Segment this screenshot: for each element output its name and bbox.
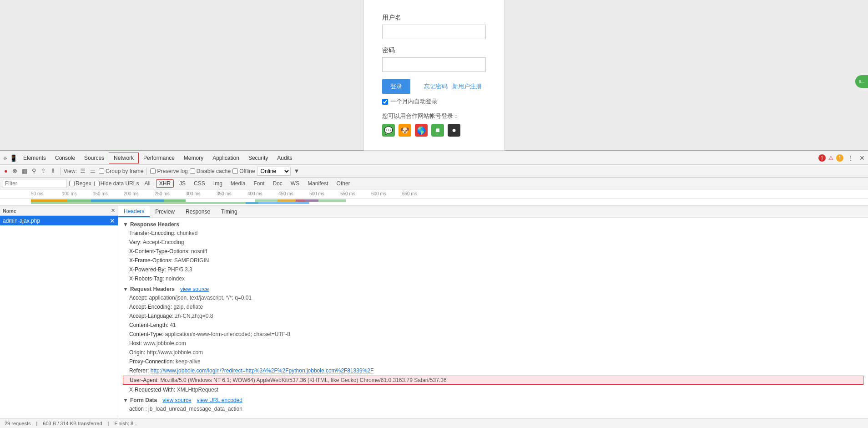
device-toggle-icon[interactable]: 📱 (8, 154, 19, 162)
rqh-content-length: Content-Length: 41 (123, 321, 863, 330)
tl-100ms: 100 ms (62, 191, 77, 196)
auto-login-checkbox[interactable] (382, 99, 388, 105)
filter-other[interactable]: Other (334, 180, 353, 187)
tab-audits[interactable]: Audits (273, 152, 297, 164)
login-button[interactable]: 登录 (382, 79, 410, 94)
form-view-url-encoded[interactable]: view URL encoded (197, 397, 242, 403)
devtools-filter: Regex Hide data URLs All XHR JS CSS Img … (0, 178, 868, 189)
tab-network[interactable]: Network (109, 153, 139, 163)
wechat-icon[interactable]: 💬 (382, 124, 395, 137)
view-source-link[interactable]: view source (180, 286, 209, 292)
weibo-icon[interactable]: 🌎 (415, 124, 428, 137)
filter-input[interactable] (3, 179, 66, 188)
tab-security[interactable]: Security (244, 152, 273, 164)
filter-toggle-btn[interactable]: ▦ (20, 167, 29, 175)
green-circle-button[interactable]: 6... (855, 75, 868, 88)
tl-300ms: 300 ms (186, 191, 201, 196)
password-label: 密码 (382, 46, 486, 55)
filter-css[interactable]: CSS (191, 180, 208, 187)
tl-550ms: 550 ms (340, 191, 355, 196)
auto-login-row: 一个月内自动登录 (382, 97, 486, 106)
regex-option[interactable]: Regex (69, 180, 91, 187)
filter-all[interactable]: All (141, 180, 153, 187)
form-view-source[interactable]: view source (162, 397, 191, 403)
tab-elements[interactable]: Elements (19, 152, 50, 164)
close-devtools-icon[interactable]: ✕ (858, 154, 866, 162)
qq-icon[interactable]: 🐶 (399, 124, 411, 137)
group-by-frame-cb[interactable] (99, 168, 104, 174)
filter-xhr[interactable]: XHR (156, 179, 174, 188)
regex-cb[interactable] (69, 181, 75, 186)
request-headers-chevron: ▼ (123, 286, 128, 292)
filter-doc[interactable]: Doc (270, 180, 285, 187)
username-label: 用户名 (382, 14, 486, 22)
auto-login-label: 一个月内自动登录 (390, 97, 438, 106)
error-count-badge: 1 (818, 154, 826, 162)
forgot-password-link[interactable]: 忘记密码 (424, 82, 448, 91)
offline-cb[interactable] (232, 168, 238, 174)
inspect-icon[interactable]: ⎑ (2, 154, 8, 162)
detail-tab-headers[interactable]: Headers (118, 206, 150, 217)
preserve-log-cb[interactable] (150, 168, 156, 174)
register-link[interactable]: 新用户注册 (452, 82, 482, 91)
record-btn[interactable]: ● (3, 167, 9, 175)
disable-cache-cb[interactable] (190, 168, 195, 174)
import-btn[interactable]: ⇧ (40, 167, 47, 175)
detail-tab-response[interactable]: Response (180, 206, 216, 217)
username-input[interactable] (382, 25, 486, 39)
detail-tab-timing[interactable]: Timing (216, 206, 243, 217)
headers-content: ▼ Response Headers Transfer-Encoding: ch… (118, 218, 868, 418)
hide-data-cb[interactable] (94, 181, 100, 186)
rqh-proxy-conn: Proxy-Connection: keep-alive (123, 357, 863, 366)
request-name: admin-ajax.php (3, 218, 40, 224)
request-row-admin-ajax[interactable]: admin-ajax.php ✕ (0, 216, 118, 226)
hide-data-option[interactable]: Hide data URLs (94, 180, 139, 187)
view-detail-btn[interactable]: ⚌ (89, 167, 97, 175)
tl-50ms: 50 ms (31, 191, 43, 196)
request-headers-title[interactable]: ▼ Request Headers view source (123, 285, 863, 293)
tl-250ms: 250 ms (155, 191, 170, 196)
filter-ws[interactable]: WS (288, 180, 302, 187)
filter-media[interactable]: Media (228, 180, 248, 187)
separator-pipe: | (36, 421, 37, 426)
response-headers-title[interactable]: ▼ Response Headers (123, 220, 863, 229)
douban-icon[interactable]: ■ (431, 124, 444, 137)
tl-350ms: 350 ms (217, 191, 232, 196)
tab-performance[interactable]: Performance (139, 152, 179, 164)
group-by-frame-label: Group by frame (106, 168, 143, 174)
view-list-btn[interactable]: ☰ (79, 167, 87, 175)
search-btn[interactable]: ⚲ (30, 167, 38, 175)
detail-tabs: Headers Preview Response Timing (118, 206, 868, 218)
password-input[interactable] (382, 57, 486, 72)
tl-400ms: 400 ms (247, 191, 262, 196)
devtools-body: Name ✕ admin-ajax.php ✕ Headers Preview … (0, 206, 868, 418)
more-options-icon[interactable]: ⋮ (846, 154, 855, 162)
separator (60, 168, 61, 175)
rh-x-frame: X-Frame-Options: SAMEORIGIN (123, 256, 863, 265)
page-area: 用户名 密码 登录 忘记密码 新用户注册 一个月内自动登录 您可以用合作网站帐号… (0, 0, 868, 150)
tab-sources[interactable]: Sources (80, 152, 109, 164)
tab-memory[interactable]: Memory (179, 152, 208, 164)
filter-manifest[interactable]: Manifest (305, 180, 331, 187)
filter-font[interactable]: Font (251, 180, 267, 187)
rqh-accept-encoding: Accept-Encoding: gzip, deflate (123, 302, 863, 311)
request-headers-label: Request Headers (130, 286, 175, 292)
detail-tab-preview[interactable]: Preview (150, 206, 180, 217)
tab-console[interactable]: Console (50, 152, 80, 164)
throttle-select[interactable]: Online Fast 3G Slow 3G Offline (257, 167, 291, 176)
devtools-toolbar: ● ⊗ ▦ ⚲ ⇧ ⇩ View: ☰ ⚌ Group by frame Pre… (0, 165, 868, 178)
login-card: 用户名 密码 登录 忘记密码 新用户注册 一个月内自动登录 您可以用合作网站帐号… (363, 0, 505, 151)
form-data-title[interactable]: ▼ Form Data view source view URL encoded (123, 396, 863, 404)
github-icon[interactable]: ● (448, 124, 460, 137)
settings-dropdown-btn[interactable]: ▼ (293, 167, 301, 175)
filter-img[interactable]: Img (211, 180, 225, 187)
export-btn[interactable]: ⇩ (49, 167, 57, 175)
request-detail: Headers Preview Response Timing ▼ Respon… (118, 206, 868, 418)
tab-application[interactable]: Application (208, 152, 244, 164)
rh-transfer-encoding: Transfer-Encoding: chunked (123, 229, 863, 238)
devtools-right-icons: 1 ⚠ 1 ⋮ ✕ (818, 154, 866, 162)
clear-btn[interactable]: ⊗ (11, 167, 19, 175)
filter-js[interactable]: JS (177, 180, 188, 187)
rqh-x-requested-with: X-Requested-With: XMLHttpRequest (123, 385, 863, 394)
row-close-icon[interactable]: ✕ (110, 217, 115, 224)
